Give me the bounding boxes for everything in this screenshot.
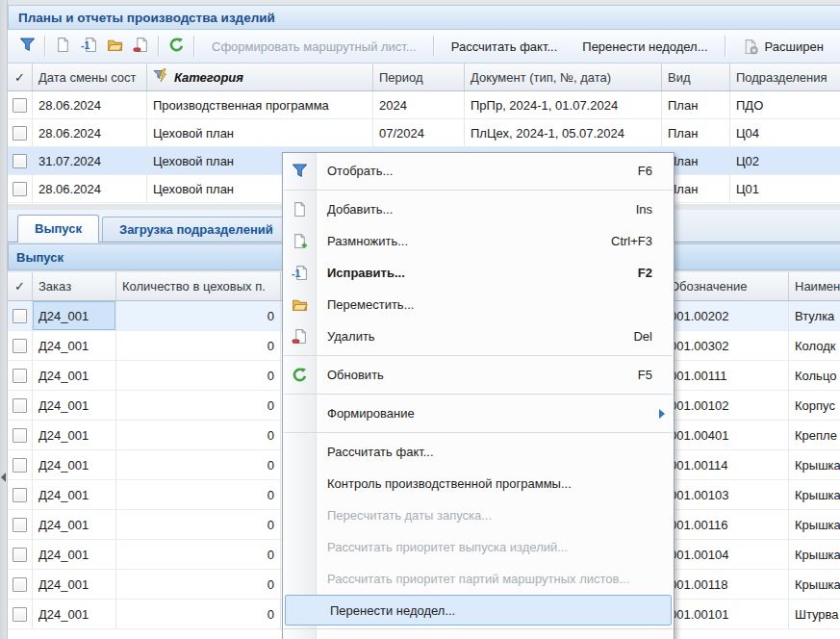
toolbar-button[interactable]: Перенести недодел... bbox=[570, 39, 720, 54]
duplicate-doc-icon bbox=[283, 233, 317, 249]
toolbar-button[interactable]: Рассчитать факт... bbox=[439, 39, 571, 54]
row-checkbox[interactable] bbox=[13, 182, 27, 196]
column-header-qty[interactable]: Количество в цеховых п. bbox=[116, 272, 281, 300]
filter-lightning-icon bbox=[153, 68, 169, 87]
context-menu-item[interactable]: Формирование bbox=[283, 397, 674, 429]
edit-doc-icon: -1 bbox=[81, 37, 97, 57]
column-header-date[interactable]: Дата смены сост bbox=[33, 64, 147, 90]
context-menu-item[interactable]: Контроль производственной программы... bbox=[283, 468, 674, 499]
menu-separator bbox=[284, 432, 673, 433]
row-checkbox[interactable] bbox=[13, 369, 27, 383]
column-header-order[interactable]: Заказ bbox=[33, 272, 116, 300]
move-folder-icon bbox=[283, 296, 317, 313]
row-checkbox[interactable] bbox=[13, 548, 27, 562]
column-header-kind[interactable]: Вид bbox=[662, 64, 730, 90]
menu-item-label: Пересчитать даты запуска... bbox=[317, 508, 674, 523]
row-checkbox[interactable] bbox=[13, 154, 27, 168]
edit-doc-icon: -1 bbox=[283, 265, 317, 281]
context-menu-item[interactable]: Переместить... bbox=[283, 289, 674, 320]
menu-item-shortcut: Ctrl+F3 bbox=[611, 234, 674, 248]
window-titlebar: Планы и отчеты производства изделий bbox=[8, 5, 840, 30]
menu-separator bbox=[284, 394, 673, 395]
context-menu-item[interactable]: Рассчитать факт... bbox=[283, 436, 674, 468]
app-window: Планы и отчеты производства изделий -1Сф… bbox=[0, 0, 840, 639]
context-menu-item: Пересчитать даты запуска... bbox=[283, 499, 674, 531]
context-menu-item[interactable]: Перенести недодел... bbox=[285, 595, 672, 626]
row-checkbox-cell bbox=[8, 600, 33, 629]
row-checkbox-cell bbox=[8, 119, 33, 147]
row-checkbox-cell bbox=[8, 91, 33, 119]
row-checkbox[interactable] bbox=[13, 488, 27, 502]
context-menu-item[interactable]: УдалитьDel bbox=[283, 320, 674, 352]
row-checkbox[interactable] bbox=[13, 607, 27, 622]
row-checkbox[interactable] bbox=[13, 518, 27, 532]
filter-button[interactable] bbox=[14, 34, 40, 59]
row-checkbox-cell bbox=[8, 391, 33, 421]
context-menu-item: Рассчитать приоритет партий маршрутных л… bbox=[283, 563, 674, 595]
toolbar-separator bbox=[433, 36, 435, 57]
row-checkbox-cell bbox=[8, 510, 33, 540]
context-menu-items: Отобрать...F6Добавить...InsРазмножить...… bbox=[283, 155, 674, 639]
context-menu-item[interactable]: ОбновитьF5 bbox=[283, 359, 674, 391]
add-doc-button[interactable] bbox=[50, 34, 76, 59]
context-menu-item[interactable]: Добавить...Ins bbox=[283, 193, 674, 225]
table-row[interactable]: 28.06.2024 Производственная программа 20… bbox=[8, 91, 840, 119]
delete-doc-icon bbox=[283, 328, 317, 345]
context-menu-item-clipped bbox=[283, 632, 674, 639]
table-row[interactable]: 28.06.2024 Цеховой план 07/2024 ПлЦех, 2… bbox=[8, 119, 840, 147]
menu-item-shortcut: F6 bbox=[638, 164, 674, 178]
menu-item-shortcut: F2 bbox=[638, 266, 674, 280]
column-header-name[interactable]: Наимен bbox=[789, 272, 840, 300]
settings-doc-icon bbox=[743, 38, 759, 55]
collapse-splitter-icon[interactable] bbox=[1, 473, 6, 482]
menu-item-label: Перенести недодел... bbox=[319, 603, 671, 618]
row-checkbox[interactable] bbox=[13, 458, 27, 473]
column-header-code[interactable]: Обозначение bbox=[664, 272, 789, 300]
context-menu-item[interactable]: -1Исправить...F2 bbox=[283, 257, 674, 289]
add-doc-icon bbox=[55, 37, 71, 57]
menu-item-label: Контроль производственной программы... bbox=[317, 476, 674, 491]
context-menu-item[interactable]: Отобрать...F6 bbox=[283, 155, 674, 187]
delete-doc-button[interactable] bbox=[128, 34, 154, 59]
row-checkbox[interactable] bbox=[13, 398, 27, 413]
toolbar-button: Сформировать маршрутный лист... bbox=[199, 39, 429, 54]
delete-doc-icon bbox=[133, 37, 149, 57]
row-checkbox-cell bbox=[8, 570, 33, 600]
menu-item-label: Формирование bbox=[317, 406, 659, 421]
row-checkbox[interactable] bbox=[13, 126, 27, 141]
menu-item-label: Обновить bbox=[317, 368, 638, 382]
toolbar-button[interactable]: Расширен bbox=[730, 38, 836, 55]
section-title: Выпуск bbox=[9, 250, 64, 265]
column-header-check[interactable]: ✓ bbox=[8, 272, 33, 300]
menu-separator bbox=[284, 355, 673, 356]
menu-item-label: Отобрать... bbox=[317, 164, 638, 178]
menu-item-label: Рассчитать приоритет выпуска изделий... bbox=[317, 540, 674, 554]
svg-text:-1: -1 bbox=[81, 38, 90, 50]
column-header-document[interactable]: Документ (тип, №, дата) bbox=[465, 64, 662, 90]
tab-output[interactable]: Выпуск bbox=[17, 215, 99, 243]
column-header-period[interactable]: Период bbox=[373, 64, 465, 90]
menu-item-shortcut: Del bbox=[633, 329, 674, 344]
row-checkbox[interactable] bbox=[13, 577, 27, 592]
column-header-check[interactable]: ✓ bbox=[8, 64, 33, 90]
toolbar-separator bbox=[725, 36, 726, 57]
row-checkbox[interactable] bbox=[13, 339, 27, 353]
row-checkbox[interactable] bbox=[13, 309, 27, 323]
move-folder-button[interactable] bbox=[102, 34, 128, 59]
refresh-button[interactable] bbox=[164, 34, 190, 59]
row-checkbox[interactable] bbox=[13, 428, 27, 443]
tab-load[interactable]: Загрузка подразделений bbox=[102, 217, 291, 242]
row-checkbox-cell bbox=[8, 361, 33, 391]
left-splitter-rail[interactable] bbox=[0, 0, 8, 639]
menu-item-label: Размножить... bbox=[317, 234, 611, 248]
row-checkbox[interactable] bbox=[13, 98, 27, 113]
column-header-department[interactable]: Подразделения bbox=[730, 64, 840, 90]
toolbar-separator bbox=[193, 36, 195, 57]
page-title: Планы и отчеты производства изделий bbox=[9, 11, 275, 25]
context-menu-item[interactable]: Размножить...Ctrl+F3 bbox=[283, 225, 674, 257]
context-menu: Отобрать...F6Добавить...InsРазмножить...… bbox=[282, 152, 675, 639]
edit-doc-button[interactable]: -1 bbox=[76, 34, 102, 59]
column-header-category[interactable]: Категория bbox=[147, 64, 373, 90]
row-checkbox-cell bbox=[8, 480, 33, 510]
filter-icon bbox=[19, 37, 36, 57]
